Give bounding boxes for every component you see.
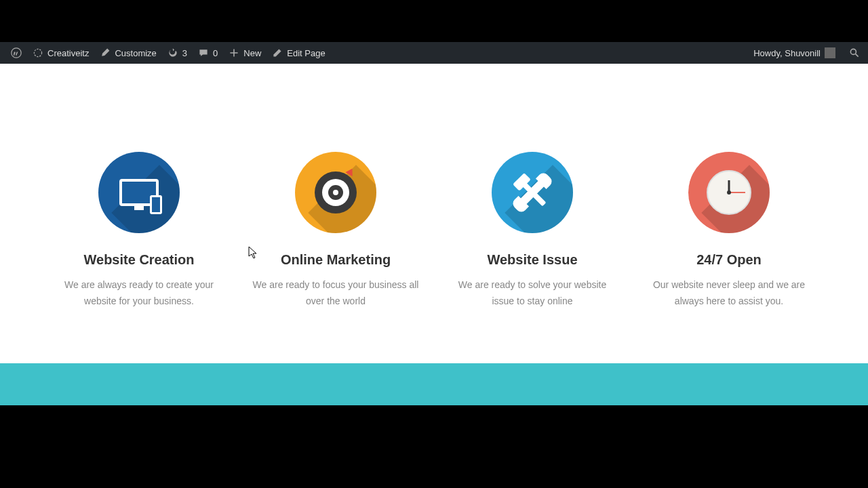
customize-link[interactable]: Customize — [94, 42, 161, 64]
features-row: Website Creation We are always ready to … — [0, 152, 868, 310]
svg-point-2 — [850, 49, 856, 54]
pencil-icon — [272, 47, 283, 58]
svg-point-0 — [12, 48, 21, 58]
feature-description: We are ready to solve your website issue… — [448, 277, 617, 310]
teal-section — [0, 363, 868, 405]
svg-point-1 — [34, 49, 41, 56]
wordpress-icon — [11, 47, 22, 58]
tools-icon — [492, 152, 573, 233]
feature-online-marketing: Online Marketing We are ready to focus y… — [251, 152, 420, 310]
feature-title: Online Marketing — [251, 252, 420, 268]
wp-admin-bar: Creativeitz Customize 3 0 New — [0, 42, 868, 64]
my-account-link[interactable]: Howdy, Shuvonill — [748, 42, 841, 64]
feature-description: We are always ready to create your websi… — [54, 277, 224, 310]
edit-page-link[interactable]: Edit Page — [267, 42, 330, 64]
new-label: New — [243, 48, 261, 58]
feature-description: Our website never sleep and we are alway… — [644, 277, 814, 310]
updates-link[interactable]: 3 — [162, 42, 193, 64]
feature-247-open: 24/7 Open Our website never sleep and we… — [644, 152, 814, 310]
adminbar-left: Creativeitz Customize 3 0 New — [5, 42, 331, 64]
monitor-icon — [98, 152, 180, 233]
comments-count: 0 — [213, 48, 218, 58]
comment-icon — [198, 47, 209, 58]
plus-icon — [229, 47, 239, 58]
customize-label: Customize — [115, 48, 156, 58]
letterbox-top — [0, 0, 868, 42]
updates-count: 3 — [182, 48, 187, 58]
comments-link[interactable]: 0 — [193, 42, 223, 64]
edit-page-label: Edit Page — [287, 48, 325, 58]
search-toggle[interactable] — [846, 42, 863, 64]
feature-website-issue: Website Issue We are ready to solve your… — [448, 152, 617, 310]
refresh-icon — [167, 47, 178, 58]
target-icon — [295, 152, 376, 233]
site-name-label: Creativeitz — [47, 48, 89, 58]
greeting-label: Howdy, Shuvonill — [753, 48, 821, 58]
adminbar-right: Howdy, Shuvonill — [748, 42, 863, 64]
search-icon — [849, 47, 860, 58]
feature-title: Website Creation — [54, 252, 224, 268]
avatar — [825, 47, 835, 58]
new-content-link[interactable]: New — [223, 42, 267, 64]
page-content: Website Creation We are always ready to … — [0, 64, 868, 405]
wp-logo-menu[interactable] — [5, 42, 27, 64]
feature-title: 24/7 Open — [644, 252, 814, 268]
home-icon — [33, 47, 43, 58]
feature-description: We are ready to focus your business all … — [251, 277, 420, 310]
site-name-link[interactable]: Creativeitz — [27, 42, 94, 64]
feature-title: Website Issue — [448, 252, 617, 268]
feature-website-creation: Website Creation We are always ready to … — [54, 152, 224, 310]
clock-icon — [688, 152, 770, 233]
brush-icon — [100, 47, 111, 58]
letterbox-bottom — [0, 447, 868, 488]
